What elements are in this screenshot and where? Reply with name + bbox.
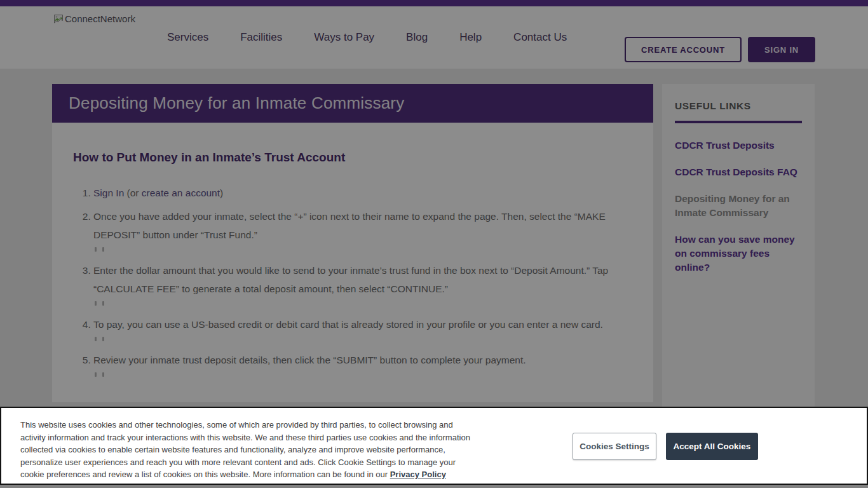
privacy-policy-link[interactable]: Privacy Policy [390,470,446,479]
cookie-consent-banner: This website uses cookies and other tech… [0,407,868,485]
cookies-settings-button[interactable]: Cookies Settings [573,433,656,460]
cookie-message: This website uses cookies and other tech… [20,419,475,481]
accept-all-cookies-button[interactable]: Accept All Cookies [666,433,758,460]
page: ConnectNetwork Services Facilities Ways … [0,0,868,488]
